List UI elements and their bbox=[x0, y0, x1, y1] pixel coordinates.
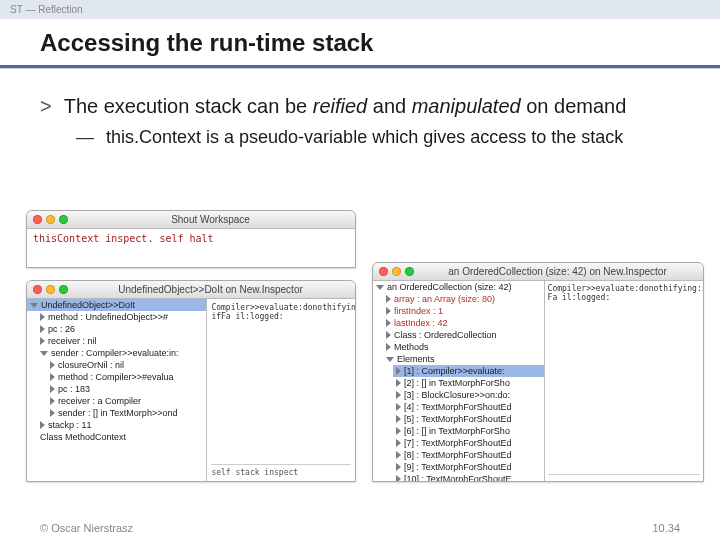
disclosure-icon[interactable] bbox=[386, 331, 391, 339]
disclosure-icon[interactable] bbox=[50, 361, 55, 369]
disclosure-icon[interactable] bbox=[396, 367, 401, 375]
tree-row[interactable]: array : an Array (size: 80) bbox=[383, 293, 544, 305]
disclosure-icon[interactable] bbox=[40, 337, 45, 345]
disclosure-icon[interactable] bbox=[396, 427, 401, 435]
tree-row[interactable]: sender : [] in TextMorph>>ond bbox=[47, 407, 206, 419]
disclosure-icon[interactable] bbox=[40, 421, 45, 429]
tree-label: [2] : [] in TextMorphForSho bbox=[404, 378, 510, 388]
traffic-lights bbox=[33, 285, 68, 294]
tree-label: an OrderedCollection (size: 42) bbox=[387, 282, 512, 292]
disclosure-icon[interactable] bbox=[40, 351, 48, 356]
minimize-icon[interactable] bbox=[46, 215, 55, 224]
disclosure-icon[interactable] bbox=[396, 451, 401, 459]
tree-row[interactable]: an OrderedCollection (size: 42) bbox=[373, 281, 544, 293]
workspace-code[interactable]: thisContext inspect. self halt bbox=[27, 229, 355, 267]
disclosure-icon[interactable] bbox=[386, 343, 391, 351]
inspector-tree[interactable]: UndefinedObject>>DoIt method : Undefined… bbox=[27, 299, 207, 481]
tree-row[interactable]: pc : 26 bbox=[37, 323, 206, 335]
tree-row[interactable]: [10] : TextMorphForShoutE bbox=[393, 473, 544, 481]
minimize-icon[interactable] bbox=[46, 285, 55, 294]
tree-row[interactable]: method : Compiler>>#evalua bbox=[47, 371, 206, 383]
detail-line-1: Compiler>>evaluate:donothifying:i bbox=[548, 284, 700, 293]
zoom-icon[interactable] bbox=[59, 285, 68, 294]
close-icon[interactable] bbox=[33, 285, 42, 294]
window-titlebar[interactable]: Shout Workspace bbox=[27, 211, 355, 229]
tree-row[interactable]: [1] : Compiler>>evaluate: bbox=[393, 365, 544, 377]
detail-eval[interactable] bbox=[548, 474, 700, 478]
disclosure-icon[interactable] bbox=[50, 385, 55, 393]
disclosure-icon[interactable] bbox=[40, 313, 45, 321]
disclosure-icon[interactable] bbox=[50, 373, 55, 381]
disclosure-icon[interactable] bbox=[396, 439, 401, 447]
disclosure-icon[interactable] bbox=[50, 409, 55, 417]
tree-label: [4] : TextMorphForShoutEd bbox=[404, 402, 511, 412]
disclosure-icon[interactable] bbox=[386, 295, 391, 303]
disclosure-icon[interactable] bbox=[396, 391, 401, 399]
close-icon[interactable] bbox=[33, 215, 42, 224]
page-number: 10.34 bbox=[652, 522, 680, 534]
disclosure-icon[interactable] bbox=[376, 285, 384, 290]
window-title: Shout Workspace bbox=[72, 214, 349, 225]
tree-row[interactable]: [8] : TextMorphForShoutEd bbox=[393, 449, 544, 461]
tree-label: sender : [] in TextMorph>>ond bbox=[58, 408, 177, 418]
bullet-em1: reified bbox=[313, 95, 367, 117]
zoom-icon[interactable] bbox=[405, 267, 414, 276]
disclosure-icon[interactable] bbox=[40, 325, 45, 333]
tree-row[interactable]: [6] : [] in TextMorphForSho bbox=[393, 425, 544, 437]
tree-row[interactable]: receiver : a Compiler bbox=[47, 395, 206, 407]
tree-row[interactable]: [9] : TextMorphForShoutEd bbox=[393, 461, 544, 473]
tree-row[interactable]: Methods bbox=[383, 341, 544, 353]
window-title: an OrderedCollection (size: 42) on New.I… bbox=[418, 266, 697, 277]
tree-label: Class : OrderedCollection bbox=[394, 330, 497, 340]
tree-label: closureOrNil : nil bbox=[58, 360, 124, 370]
tree-label: [1] : Compiler>>evaluate: bbox=[404, 366, 505, 376]
inspector-tree[interactable]: an OrderedCollection (size: 42) array : … bbox=[373, 281, 545, 481]
tree-row[interactable]: Elements bbox=[383, 353, 544, 365]
inspector-detail[interactable]: Compiler>>evaluate:donothifying:i Fa il:… bbox=[545, 281, 703, 481]
tree-row[interactable]: pc : 183 bbox=[47, 383, 206, 395]
tree-label: [3] : BlockClosure>>on:do: bbox=[404, 390, 510, 400]
slide-title: Accessing the run-time stack bbox=[0, 19, 720, 65]
tree-row[interactable]: [2] : [] in TextMorphForSho bbox=[393, 377, 544, 389]
window-titlebar[interactable]: UndefinedObject>>DoIt on New.Inspector bbox=[27, 281, 355, 299]
inspector-detail[interactable]: Compiler>>evaluate:donothifying: ifFa il… bbox=[207, 299, 355, 481]
bullet-marker: > bbox=[40, 93, 52, 119]
disclosure-icon[interactable] bbox=[396, 475, 401, 481]
tree-row[interactable]: stackp : 11 bbox=[37, 419, 206, 431]
tree-row[interactable]: closureOrNil : nil bbox=[47, 359, 206, 371]
bullet-pre: The execution stack can be bbox=[64, 95, 313, 117]
tree-row[interactable]: firstIndex : 1 bbox=[383, 305, 544, 317]
minimize-icon[interactable] bbox=[392, 267, 401, 276]
tree-row[interactable]: sender : Compiler>>evaluate:in: bbox=[37, 347, 206, 359]
disclosure-icon[interactable] bbox=[396, 463, 401, 471]
tree-row[interactable]: Class : OrderedCollection bbox=[383, 329, 544, 341]
tree-row[interactable]: lastIndex : 42 bbox=[383, 317, 544, 329]
tree-row[interactable]: receiver : nil bbox=[37, 335, 206, 347]
tree-label: receiver : a Compiler bbox=[58, 396, 141, 406]
slide-footer: © Oscar Nierstrasz 10.34 bbox=[0, 522, 720, 534]
disclosure-icon[interactable] bbox=[396, 379, 401, 387]
disclosure-icon[interactable] bbox=[386, 357, 394, 362]
detail-eval[interactable]: self stack inspect bbox=[211, 464, 351, 477]
tree-label: [10] : TextMorphForShoutE bbox=[404, 474, 511, 481]
zoom-icon[interactable] bbox=[59, 215, 68, 224]
tree-row[interactable]: UndefinedObject>>DoIt bbox=[27, 299, 206, 311]
disclosure-icon[interactable] bbox=[50, 397, 55, 405]
disclosure-icon[interactable] bbox=[386, 307, 391, 315]
disclosure-icon[interactable] bbox=[386, 319, 391, 327]
tree-row[interactable]: [5] : TextMorphForShoutEd bbox=[393, 413, 544, 425]
window-titlebar[interactable]: an OrderedCollection (size: 42) on New.I… bbox=[373, 263, 703, 281]
close-icon[interactable] bbox=[379, 267, 388, 276]
tree-label: lastIndex : 42 bbox=[394, 318, 448, 328]
workspace-window: Shout Workspace thisContext inspect. sel… bbox=[26, 210, 356, 268]
tree-row[interactable]: method : UndefinedObject>># bbox=[37, 311, 206, 323]
disclosure-icon[interactable] bbox=[30, 303, 38, 308]
tree-row[interactable]: [3] : BlockClosure>>on:do: bbox=[393, 389, 544, 401]
inspector-window-1: UndefinedObject>>DoIt on New.Inspector U… bbox=[26, 280, 356, 482]
tree-row[interactable]: [4] : TextMorphForShoutEd bbox=[393, 401, 544, 413]
tree-label: method : UndefinedObject>># bbox=[48, 312, 168, 322]
disclosure-icon[interactable] bbox=[396, 403, 401, 411]
disclosure-icon[interactable] bbox=[396, 415, 401, 423]
tree-row[interactable]: [7] : TextMorphForShoutEd bbox=[393, 437, 544, 449]
tree-row[interactable]: Class MethodContext bbox=[37, 431, 206, 443]
